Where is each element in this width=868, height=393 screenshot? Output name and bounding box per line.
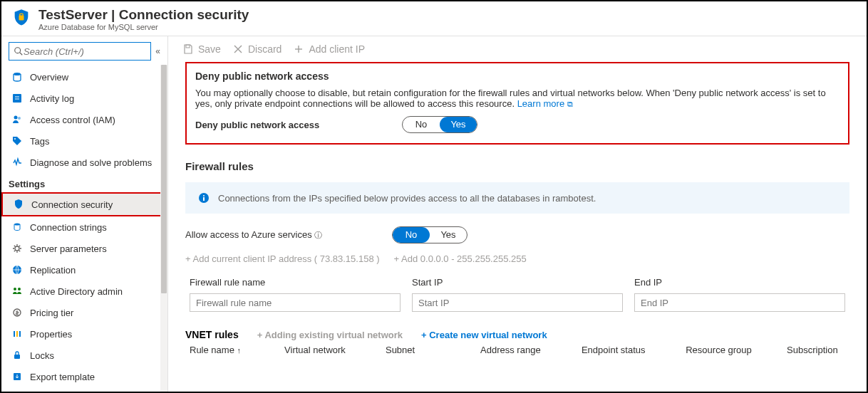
properties-icon [11, 328, 23, 340]
deny-description: You may optionally choose to disable, bu… [195, 88, 839, 109]
nav-group-settings: Settings [1, 173, 167, 192]
sidebar-item-iam[interactable]: Access control (IAM) [1, 109, 167, 130]
allow-azure-toggle[interactable]: No Yes [392, 226, 467, 243]
sidebar-item-pricing[interactable]: Pricing tier [1, 302, 167, 323]
allow-azure-yes[interactable]: Yes [430, 227, 467, 243]
sidebar-item-tags[interactable]: Tags [1, 130, 167, 152]
sidebar-item-export-template[interactable]: Export template [1, 366, 167, 387]
save-button[interactable]: Save [182, 43, 221, 55]
sidebar-item-server-parameters[interactable]: Server parameters [1, 238, 167, 259]
nav-label: Connection strings [30, 222, 107, 233]
vnet-rules-title: VNET rules [185, 329, 239, 340]
firewall-info-bar: Connections from the IPs specified below… [185, 182, 849, 214]
deny-toggle-label: Deny public network access [195, 120, 373, 130]
nav-label: Overview [30, 72, 68, 83]
search-input-wrap[interactable] [9, 42, 151, 61]
svg-point-8 [14, 116, 18, 120]
svg-rect-5 [13, 94, 21, 103]
nav-label: Server parameters [30, 243, 107, 254]
vnet-col-endpoint-status[interactable]: Endpoint status [582, 345, 678, 355]
firewall-table-header: Firewall rule name Start IP End IP [185, 277, 849, 288]
sort-asc-icon: ↑ [237, 346, 242, 355]
deny-toggle[interactable]: No Yes [402, 116, 477, 133]
connection-strings-icon [11, 221, 23, 233]
svg-point-4 [14, 73, 21, 75]
deny-public-access-section: Deny public network access You may optio… [185, 62, 849, 145]
learn-more-link[interactable]: Learn more ⧉ [517, 98, 573, 109]
nav-label: Locks [30, 350, 54, 361]
diagnose-icon [11, 157, 23, 168]
nav-label: Export template [30, 372, 95, 382]
sidebar-item-overview[interactable]: Overview [1, 66, 167, 88]
gear-icon [11, 243, 23, 254]
vnet-col-address-range[interactable]: Address range [480, 345, 574, 355]
svg-point-9 [18, 117, 21, 120]
sidebar-item-activity-log[interactable]: Activity log [1, 88, 167, 109]
lock-icon [11, 350, 23, 361]
sidebar-item-connection-security[interactable]: Connection security [3, 194, 166, 215]
vnet-col-subnet[interactable]: Subnet [386, 345, 473, 355]
sidebar-scrollbar[interactable] [160, 65, 167, 392]
save-label: Save [198, 43, 221, 55]
add-current-ip-link: + Add current client IP address ( 73.83.… [185, 253, 380, 264]
nav-label: Tags [30, 136, 49, 147]
page-header: TestServer | Connection security Azure D… [1, 1, 867, 36]
info-icon [198, 192, 210, 204]
vnet-col-resource-group[interactable]: Resource group [686, 345, 780, 355]
search-input[interactable] [24, 46, 146, 57]
globe-icon [11, 264, 23, 276]
svg-point-2 [15, 48, 21, 53]
sidebar-item-diagnose[interactable]: Diagnose and solve problems [1, 152, 167, 173]
sidebar-item-aad-admin[interactable]: Active Directory admin [1, 281, 167, 302]
col-start-ip: Start IP [412, 277, 623, 288]
svg-point-14 [14, 288, 16, 290]
pricing-icon [11, 307, 23, 318]
vnet-col-rule-name[interactable]: Rule name ↑ [190, 345, 277, 355]
firewall-end-ip-input[interactable] [634, 293, 845, 312]
nav-label: Active Directory admin [30, 286, 123, 297]
addip-label: Add client IP [309, 43, 365, 55]
svg-point-28 [203, 195, 205, 197]
activity-log-icon [11, 93, 23, 104]
iam-icon [11, 114, 23, 125]
deny-title: Deny public network access [195, 70, 839, 82]
svg-line-3 [20, 53, 23, 56]
col-rule-name: Firewall rule name [190, 277, 401, 288]
discard-button[interactable]: Discard [232, 43, 281, 55]
nav-label: Diagnose and solve problems [30, 157, 152, 168]
vnet-add-existing: + Adding existing virtual network [257, 330, 403, 340]
save-icon [182, 43, 194, 55]
toolbar: Save Discard Add client IP [168, 36, 867, 62]
col-end-ip: End IP [634, 277, 845, 288]
discard-icon [232, 43, 244, 55]
allow-azure-no[interactable]: No [393, 227, 430, 243]
sidebar-item-properties[interactable]: Properties [1, 323, 167, 345]
svg-point-11 [14, 223, 20, 225]
nav-label: Connection security [31, 199, 113, 210]
shield-icon [11, 8, 31, 31]
firewall-start-ip-input[interactable] [412, 293, 623, 312]
deny-toggle-no[interactable]: No [403, 117, 440, 132]
info-hint-icon[interactable]: ⓘ [314, 231, 322, 239]
collapse-sidebar-icon[interactable]: « [155, 46, 160, 56]
allow-azure-label: Allow access to Azure services ⓘ [185, 229, 363, 241]
nav-label: Replication [30, 265, 76, 276]
add-client-ip-button[interactable]: Add client IP [293, 43, 365, 55]
vnet-create-new[interactable]: + Create new virtual network [421, 330, 547, 340]
vnet-col-virtual-network[interactable]: Virtual network [284, 345, 378, 355]
deny-toggle-yes[interactable]: Yes [440, 117, 477, 132]
shield-small-icon [13, 199, 24, 210]
vnet-col-subscription[interactable]: Subscription [787, 345, 849, 355]
nav-label: Access control (IAM) [30, 115, 115, 125]
svg-rect-20 [14, 355, 20, 359]
sidebar-item-locks[interactable]: Locks [1, 345, 167, 366]
export-icon [11, 371, 23, 382]
svg-point-10 [14, 138, 16, 140]
add-full-range-link: + Add 0.0.0.0 - 255.255.255.255 [394, 253, 527, 264]
overview-icon [11, 71, 23, 83]
sidebar-item-replication[interactable]: Replication [1, 259, 167, 281]
firewall-rule-name-input[interactable] [190, 293, 401, 312]
search-icon [14, 46, 24, 56]
sidebar-item-connection-strings[interactable]: Connection strings [1, 216, 167, 238]
sidebar: « Overview Activity log Access control (… [1, 36, 168, 392]
